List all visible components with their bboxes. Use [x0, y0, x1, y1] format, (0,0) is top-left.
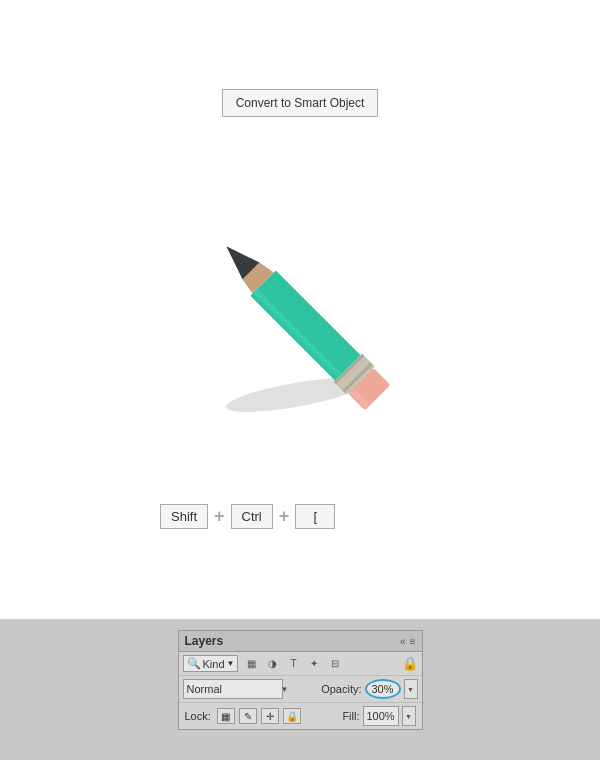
kind-filter-icons: ▦ ◑ T ✦ ⊟	[242, 656, 344, 672]
panel-menu-icon[interactable]: ≡	[410, 636, 416, 647]
bracket-key: [	[295, 504, 335, 529]
lock-move-button[interactable]: ✛	[261, 708, 279, 724]
layers-header-controls: « ≡	[400, 636, 415, 647]
svg-rect-3	[250, 270, 360, 380]
plus-icon-1: +	[214, 506, 225, 527]
blend-mode-select[interactable]: Normal	[183, 679, 283, 699]
convert-to-smart-object-button[interactable]: Convert to Smart Object	[222, 89, 378, 117]
smart-filter-icon[interactable]: ⊟	[326, 656, 344, 672]
lock-all-button[interactable]: 🔒	[283, 708, 301, 724]
layers-panel: Layers « ≡ 🔍 Kind ▼ ▦ ◑ T ✦ ⊟ 🔒	[178, 630, 423, 730]
blend-mode-select-wrap: Normal	[183, 679, 293, 699]
pencil-illustration	[190, 200, 390, 420]
kind-chevron: ▼	[227, 659, 235, 668]
opacity-section: Opacity: 30% ▼	[321, 679, 417, 699]
lock-fill-row: Lock: ▦ ✎ ✛ 🔒 Fill: 100% ▼	[179, 703, 422, 729]
pixel-filter-icon[interactable]: ▦	[242, 656, 260, 672]
adjustment-filter-icon[interactable]: ◑	[263, 656, 281, 672]
bottom-panel: Layers « ≡ 🔍 Kind ▼ ▦ ◑ T ✦ ⊟ 🔒	[0, 620, 600, 760]
collapse-icon[interactable]: «	[400, 636, 406, 647]
layers-lock-toggle[interactable]: 🔒	[402, 656, 418, 671]
layers-panel-header: Layers « ≡	[179, 631, 422, 652]
canvas-area: Convert to Smart Object	[0, 0, 600, 620]
ctrl-key: Ctrl	[231, 504, 273, 529]
plus-icon-2: +	[279, 506, 290, 527]
fill-section: Fill: 100% ▼	[342, 706, 415, 726]
kind-row: 🔍 Kind ▼ ▦ ◑ T ✦ ⊟ 🔒	[179, 652, 422, 676]
shape-filter-icon[interactable]: ✦	[305, 656, 323, 672]
blend-opacity-row: Normal Opacity: 30% ▼	[179, 676, 422, 703]
opacity-label: Opacity:	[321, 683, 361, 695]
shortcut-area: Shift + Ctrl + [	[160, 504, 335, 529]
fill-dropdown-arrow[interactable]: ▼	[402, 706, 416, 726]
fill-value[interactable]: 100%	[363, 706, 399, 726]
opacity-dropdown-arrow[interactable]: ▼	[404, 679, 418, 699]
lock-label: Lock:	[185, 710, 211, 722]
search-icon: 🔍	[187, 657, 201, 670]
layers-panel-title: Layers	[185, 634, 224, 648]
shift-key: Shift	[160, 504, 208, 529]
fill-label: Fill:	[342, 710, 359, 722]
lock-position-button[interactable]: ✎	[239, 708, 257, 724]
lock-pixels-button[interactable]: ▦	[217, 708, 235, 724]
kind-select[interactable]: 🔍 Kind ▼	[183, 655, 239, 672]
type-filter-icon[interactable]: T	[284, 656, 302, 672]
kind-label: Kind	[203, 658, 225, 670]
opacity-value[interactable]: 30%	[365, 679, 401, 699]
